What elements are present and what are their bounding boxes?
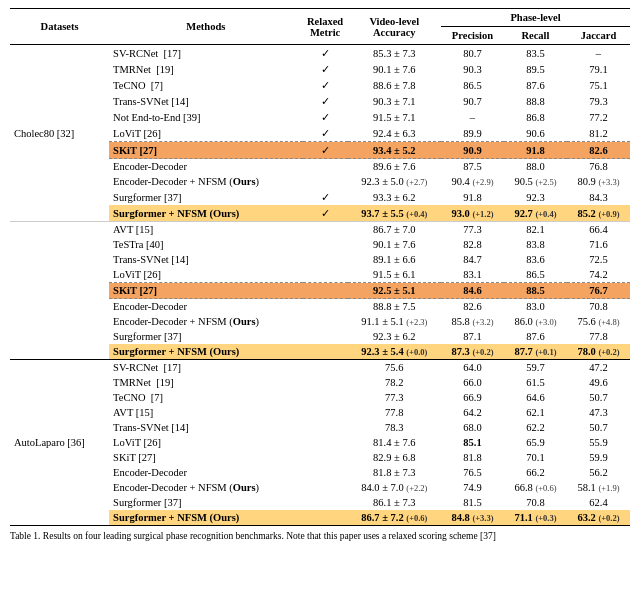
relaxed-cell: ✓ — [303, 125, 348, 142]
recall-cell: 89.5 — [504, 61, 567, 77]
relaxed-cell: ✓ — [303, 93, 348, 109]
relaxed-cell — [303, 159, 348, 175]
video-acc-cell: 77.8 — [348, 405, 441, 420]
recall-cell: 70.1 — [504, 450, 567, 465]
recall-cell: 62.1 — [504, 405, 567, 420]
dataset-cholec80: Cholec80 [32] — [10, 45, 109, 222]
precision-cell: 87.1 — [441, 329, 504, 344]
relaxed-cell: ✓ — [303, 77, 348, 93]
precision-cell: 87.5 — [441, 159, 504, 175]
video-acc-cell: 92.3 ± 5.0 (+2.7) — [348, 174, 441, 189]
col-phase-group: Phase-level — [441, 9, 630, 27]
method-cell: TeSTra [40] — [109, 237, 303, 252]
method-cell: SKiT [27] — [109, 283, 303, 299]
video-acc-cell: 93.4 ± 5.2 — [348, 142, 441, 159]
method-cell: TMRNet [19] — [109, 61, 303, 77]
method-cell: SKiT [27] — [109, 142, 303, 159]
method-cell: AVT [15] — [109, 405, 303, 420]
col-video-acc: Video-levelAccuracy — [348, 9, 441, 45]
video-acc-cell: 84.0 ± 7.0 (+2.2) — [348, 480, 441, 495]
method-cell: Surgformer [37] — [109, 495, 303, 510]
recall-cell: 87.7 (+0.1) — [504, 344, 567, 360]
precision-cell: 82.6 — [441, 299, 504, 315]
precision-cell: 66.9 — [441, 390, 504, 405]
precision-cell: 76.5 — [441, 465, 504, 480]
method-cell: AVT [15] — [109, 222, 303, 238]
video-acc-cell: 91.5 ± 6.1 — [348, 267, 441, 283]
method-cell: Surgformer [37] — [109, 329, 303, 344]
recall-cell: 83.8 — [504, 237, 567, 252]
video-acc-cell: 93.3 ± 6.2 — [348, 189, 441, 205]
video-acc-cell: 86.1 ± 7.3 — [348, 495, 441, 510]
recall-cell: 71.1 (+0.3) — [504, 510, 567, 526]
method-cell: Encoder-Decoder — [109, 465, 303, 480]
jaccard-cell: 72.5 — [567, 252, 630, 267]
relaxed-cell — [303, 390, 348, 405]
relaxed-cell: ✓ — [303, 45, 348, 62]
precision-cell: 84.8 (+3.3) — [441, 510, 504, 526]
recall-cell: 88.5 — [504, 283, 567, 299]
jaccard-cell: 85.2 (+0.9) — [567, 205, 630, 222]
col-relaxed: RelaxedMetric — [303, 9, 348, 45]
relaxed-cell — [303, 420, 348, 435]
relaxed-cell — [303, 344, 348, 360]
jaccard-cell: 77.2 — [567, 109, 630, 125]
jaccard-cell: 77.8 — [567, 329, 630, 344]
method-cell: Surgformer + NFSM (Ours) — [109, 344, 303, 360]
recall-cell: 61.5 — [504, 375, 567, 390]
recall-cell: 64.6 — [504, 390, 567, 405]
precision-cell: – — [441, 109, 504, 125]
jaccard-cell: 84.3 — [567, 189, 630, 205]
precision-cell: 68.0 — [441, 420, 504, 435]
recall-cell: 83.5 — [504, 45, 567, 62]
precision-cell: 90.7 — [441, 93, 504, 109]
precision-cell: 83.1 — [441, 267, 504, 283]
recall-cell: 59.7 — [504, 360, 567, 376]
jaccard-cell: 80.9 (+3.3) — [567, 174, 630, 189]
precision-cell: 84.7 — [441, 252, 504, 267]
jaccard-cell: 82.6 — [567, 142, 630, 159]
precision-cell: 64.0 — [441, 360, 504, 376]
jaccard-cell: 49.6 — [567, 375, 630, 390]
relaxed-cell — [303, 450, 348, 465]
table-row: AutoLaparo [36] SV-RCNet [17] 75.6 64.0 … — [10, 360, 630, 376]
relaxed-cell: ✓ — [303, 109, 348, 125]
recall-cell: 87.6 — [504, 329, 567, 344]
video-acc-cell: 88.6 ± 7.8 — [348, 77, 441, 93]
relaxed-cell: ✓ — [303, 61, 348, 77]
relaxed-cell — [303, 435, 348, 450]
method-cell: TeCNO [7] — [109, 390, 303, 405]
method-cell: SV-RCNet [17] — [109, 45, 303, 62]
recall-cell: 88.0 — [504, 159, 567, 175]
video-acc-cell: 92.3 ± 6.2 — [348, 329, 441, 344]
recall-cell: 92.7 (+0.4) — [504, 205, 567, 222]
precision-cell: 74.9 — [441, 480, 504, 495]
recall-cell: 86.8 — [504, 109, 567, 125]
recall-cell: 92.3 — [504, 189, 567, 205]
jaccard-cell: 79.1 — [567, 61, 630, 77]
col-methods: Methods — [109, 9, 303, 45]
relaxed-cell — [303, 267, 348, 283]
recall-cell: 90.6 — [504, 125, 567, 142]
relaxed-cell — [303, 360, 348, 376]
method-cell: Surgformer [37] — [109, 189, 303, 205]
method-cell: Encoder-Decoder + NFSM (Ours) — [109, 480, 303, 495]
method-cell: Trans-SVNet [14] — [109, 420, 303, 435]
recall-cell: 83.0 — [504, 299, 567, 315]
jaccard-cell: 76.8 — [567, 159, 630, 175]
jaccard-cell: 70.8 — [567, 299, 630, 315]
precision-cell: 89.9 — [441, 125, 504, 142]
precision-cell: 93.0 (+1.2) — [441, 205, 504, 222]
video-acc-cell: 90.1 ± 7.6 — [348, 237, 441, 252]
method-cell: TeCNO [7] — [109, 77, 303, 93]
jaccard-cell: 75.6 (+4.8) — [567, 314, 630, 329]
relaxed-cell — [303, 329, 348, 344]
jaccard-cell: 74.2 — [567, 267, 630, 283]
jaccard-cell: 50.7 — [567, 420, 630, 435]
jaccard-cell: 63.2 (+0.2) — [567, 510, 630, 526]
relaxed-cell — [303, 465, 348, 480]
jaccard-cell: 62.4 — [567, 495, 630, 510]
method-cell: SV-RCNet [17] — [109, 360, 303, 376]
method-cell: Not End-to-End [39] — [109, 109, 303, 125]
method-cell: Surgformer + NFSM (Ours) — [109, 205, 303, 222]
